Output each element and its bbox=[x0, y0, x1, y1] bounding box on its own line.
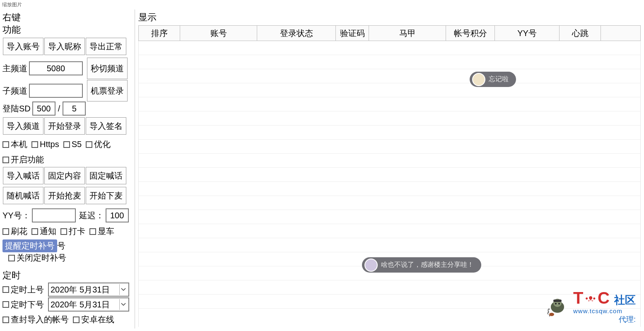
main-channel-label: 主频道 bbox=[2, 63, 27, 74]
chk-https[interactable]: Https bbox=[31, 140, 59, 149]
timer-on-date-select[interactable]: 2020年 5月31日 bbox=[48, 283, 129, 297]
chk-check-banned[interactable]: 查封导入的帐号 bbox=[2, 314, 69, 325]
yy-input[interactable] bbox=[32, 208, 76, 222]
th-login-status[interactable]: 登录状态 bbox=[257, 26, 336, 41]
table-row bbox=[139, 168, 640, 182]
th-heartbeat[interactable]: 心跳 bbox=[560, 26, 601, 41]
sub-channel-input[interactable] bbox=[29, 84, 83, 98]
sub-channel-label: 子频道 bbox=[2, 85, 27, 97]
import-signature-button[interactable]: 导入签名 bbox=[86, 117, 126, 135]
th-majia[interactable]: 马甲 bbox=[369, 26, 446, 41]
table-row bbox=[139, 97, 640, 111]
refill-suffix: 号 bbox=[57, 240, 65, 251]
function-heading: 功能 bbox=[2, 24, 132, 36]
logo-c: C bbox=[598, 289, 610, 307]
logo-paw-icon: •ᴥ• bbox=[585, 295, 596, 303]
chk-daka[interactable]: 打卡 bbox=[60, 226, 85, 237]
table-row bbox=[139, 224, 640, 238]
logo-t: T bbox=[573, 289, 583, 307]
mascot-icon bbox=[545, 295, 570, 318]
logo-url: www.tcsqw.com bbox=[573, 307, 636, 314]
chk-timer-on[interactable]: 定时上号 bbox=[2, 284, 44, 295]
delay-input[interactable] bbox=[106, 208, 129, 222]
th-sort[interactable]: 排序 bbox=[139, 26, 180, 41]
svg-point-4 bbox=[558, 303, 560, 304]
chevron-down-icon[interactable] bbox=[119, 284, 127, 295]
import-account-button[interactable]: 导入账号 bbox=[3, 38, 43, 55]
chk-xianche[interactable]: 显车 bbox=[89, 226, 114, 237]
table-row bbox=[139, 210, 640, 224]
logo-daili: 代理: bbox=[573, 314, 636, 324]
chk-optimize[interactable]: 优化 bbox=[86, 139, 111, 150]
table-row bbox=[139, 196, 640, 210]
chk-shuahua[interactable]: 刷花 bbox=[2, 226, 27, 237]
delay-label: 延迟： bbox=[79, 210, 104, 221]
table-row bbox=[139, 55, 640, 69]
chk-android-online[interactable]: 安卓在线 bbox=[73, 314, 114, 325]
watermark-logo: T •ᴥ• C 社区 www.tcsqw.com 代理: bbox=[545, 289, 636, 324]
th-points[interactable]: 帐号积分 bbox=[446, 26, 495, 41]
login-sd-input-2[interactable] bbox=[63, 101, 86, 116]
chk-local[interactable]: 本机 bbox=[2, 139, 27, 150]
table-header: 排序 账号 登录状态 验证码 马甲 帐号积分 YY号 心跳 bbox=[138, 25, 641, 41]
import-channel-button[interactable]: 导入频道 bbox=[3, 117, 43, 135]
right-click-heading: 右键 bbox=[2, 11, 132, 24]
login-sd-sep: / bbox=[58, 104, 60, 114]
import-shout-button[interactable]: 导入喊话 bbox=[3, 167, 43, 184]
table-row bbox=[139, 182, 640, 196]
ticket-login-button[interactable]: 机票登录 bbox=[87, 80, 128, 101]
table-body bbox=[138, 41, 641, 327]
th-captcha[interactable]: 验证码 bbox=[336, 26, 369, 41]
login-sd-input-1[interactable] bbox=[32, 101, 55, 116]
display-heading: 显示 bbox=[138, 11, 641, 24]
timer-heading: 定时 bbox=[2, 269, 132, 282]
svg-point-5 bbox=[549, 313, 554, 316]
start-drop-mic-button[interactable]: 开始下麦 bbox=[86, 187, 126, 204]
chk-enable-function[interactable]: 开启功能 bbox=[2, 154, 44, 165]
chat-bubble-1: 忘记啦 bbox=[470, 72, 516, 87]
right-panel: 显示 排序 账号 登录状态 验证码 马甲 帐号积分 YY号 心跳 bbox=[135, 10, 644, 329]
chk-notify[interactable]: 通知 bbox=[31, 226, 56, 237]
table-row bbox=[139, 140, 640, 154]
switch-channel-button[interactable]: 秒切频道 bbox=[87, 58, 128, 79]
login-sd-label: 登陆SD bbox=[2, 103, 31, 114]
chk-s5[interactable]: S5 bbox=[63, 140, 82, 149]
table-row bbox=[139, 41, 640, 55]
chk-close-timer-refill[interactable]: 关闭定时补号 bbox=[8, 252, 66, 263]
start-grab-mic-button[interactable]: 开始抢麦 bbox=[44, 187, 85, 204]
random-shout-button[interactable]: 随机喊话 bbox=[3, 187, 43, 204]
fixed-content-button[interactable]: 固定内容 bbox=[44, 167, 85, 184]
export-normal-button[interactable]: 导出正常 bbox=[86, 38, 126, 55]
avatar-icon bbox=[364, 259, 378, 272]
table-row bbox=[139, 83, 640, 97]
table-row bbox=[139, 238, 640, 252]
chk-timer-off[interactable]: 定时下号 bbox=[2, 299, 44, 310]
th-extra bbox=[601, 26, 640, 41]
th-account[interactable]: 账号 bbox=[180, 26, 257, 41]
yy-label: YY号： bbox=[2, 210, 30, 221]
table-row bbox=[139, 111, 640, 126]
chevron-down-icon[interactable] bbox=[119, 299, 127, 310]
chat-bubble-2: 啥也不说了，感谢楼主分享哇！ bbox=[362, 257, 481, 273]
import-nickname-button[interactable]: 导入昵称 bbox=[44, 38, 85, 55]
timer-off-date-select[interactable]: 2020年 5月31日 bbox=[48, 297, 129, 312]
fixed-shout-button[interactable]: 固定喊话 bbox=[86, 167, 126, 184]
svg-point-3 bbox=[555, 303, 557, 304]
start-login-button[interactable]: 开始登录 bbox=[44, 117, 85, 135]
th-yy[interactable]: YY号 bbox=[495, 26, 560, 41]
table-row bbox=[139, 126, 640, 140]
table-row bbox=[139, 154, 640, 168]
window-title: 缩放图片 bbox=[0, 0, 644, 10]
timer-refill-highlighted[interactable]: 提醒定时补号 bbox=[2, 239, 57, 252]
logo-cn: 社区 bbox=[614, 294, 636, 306]
table-row bbox=[139, 69, 640, 83]
left-panel: 右键 功能 导入账号 导入昵称 导出正常 主频道 秒切频道 子频道 机票登录 登… bbox=[0, 10, 135, 329]
svg-rect-2 bbox=[553, 300, 562, 302]
avatar-icon bbox=[472, 73, 485, 86]
main-channel-input[interactable] bbox=[29, 61, 83, 75]
